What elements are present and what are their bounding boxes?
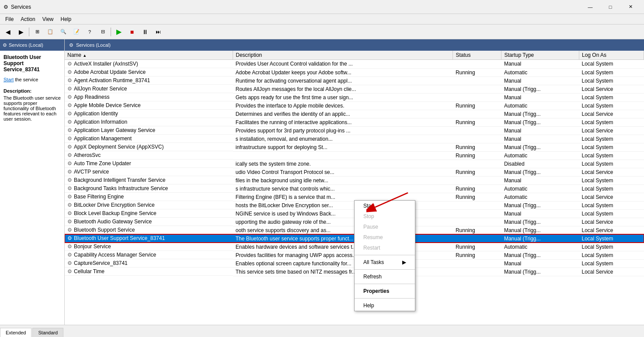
table-row[interactable]: ⚙Adobe Acrobat Update ServiceAdobe Acrob… [65, 68, 644, 76]
service-desc: Runtime for activating conversational ag… [233, 76, 453, 85]
service-name: Application Management [74, 135, 132, 142]
service-name: Capability Access Manager Service [74, 252, 156, 258]
service-icon: ⚙ [67, 169, 72, 175]
service-logon: Local Service [579, 193, 644, 201]
service-status [453, 201, 501, 209]
menu-action[interactable]: Action [17, 15, 38, 23]
col-description[interactable]: Description [233, 51, 453, 60]
pause-service-button[interactable]: ⏸ [139, 26, 151, 38]
service-status [453, 218, 501, 226]
service-logon: Local System [579, 251, 644, 259]
col-status[interactable]: Status [453, 51, 501, 60]
service-startup: Manual (Trigg... [501, 251, 579, 259]
service-name: Base Filtering Engine [74, 194, 124, 200]
service-icon: ⚙ [67, 86, 72, 92]
table-row[interactable]: ⚙Application Managements installation, r… [65, 135, 644, 143]
service-startup: Manual (Trigg... [501, 226, 579, 234]
service-desc: ooth service supports discovery and as..… [233, 226, 453, 234]
service-name: CaptureService_83741 [74, 260, 128, 266]
service-startup: Manual (Trigg... [501, 85, 579, 93]
table-row[interactable]: ⚙Background Tasks Infrastructure Service… [65, 184, 644, 193]
ctx-restart[interactable]: Restart [355, 243, 415, 253]
service-startup: Manual [501, 209, 579, 218]
close-button[interactable]: ✕ [620, 0, 641, 14]
service-status [453, 76, 501, 85]
table-row[interactable]: ⚙Application InformationFacilitates the … [65, 118, 644, 126]
service-logon: Local Service [579, 268, 644, 276]
table-row[interactable]: ⚙Application Layer Gateway ServiceProvid… [65, 126, 644, 135]
service-name: BitLocker Drive Encryption Service [74, 202, 155, 208]
service-status [453, 135, 501, 143]
maximize-button[interactable]: □ [600, 0, 620, 14]
service-logon: Local System [579, 101, 644, 110]
service-status: Running [453, 168, 501, 176]
start-service-button[interactable]: ▶ [113, 26, 125, 38]
service-startup: Automatic [501, 68, 579, 76]
col-startup[interactable]: Startup Type [501, 51, 579, 60]
col-logon[interactable]: Log On As [579, 51, 644, 60]
stop-service-button[interactable]: ■ [126, 26, 138, 38]
export-button[interactable]: 📋 [44, 26, 56, 38]
service-desc: Provides facilities for managing UWP app… [233, 251, 453, 259]
right-header-label: Services (Local) [76, 42, 111, 48]
table-row[interactable]: ⚙Apple Mobile Device ServiceProvides the… [65, 101, 644, 110]
table-row[interactable]: ⚙Agent Activation Runtime_83741Runtime f… [65, 76, 644, 85]
service-status [453, 176, 501, 184]
service-startup: Manual (Trigg... [501, 110, 579, 118]
service-status: Running [453, 226, 501, 234]
service-startup: Automatic [501, 101, 579, 110]
ctx-start[interactable]: Start [355, 201, 415, 211]
new-window-button[interactable]: ⊟ [97, 26, 109, 38]
service-icon: ⚙ [67, 202, 72, 208]
service-startup: Automatic [501, 193, 579, 201]
service-desc: Enables hardware devices and software se… [233, 243, 453, 251]
service-startup: Manual [501, 126, 579, 135]
table-row[interactable]: ⚙AVCTP service udio Video Control Transp… [65, 168, 644, 176]
ctx-sep-3 [355, 284, 415, 284]
service-logon: Local System [579, 259, 644, 268]
ctx-resume[interactable]: Resume [355, 232, 415, 243]
back-button[interactable]: ◀ [2, 26, 14, 38]
ctx-pause[interactable]: Pause [355, 222, 415, 232]
ctx-help[interactable]: Help [355, 300, 415, 311]
service-startup: Automatic [501, 184, 579, 193]
ctx-refresh[interactable]: Refresh [355, 271, 415, 282]
minimize-button[interactable]: — [580, 0, 600, 14]
properties-button[interactable]: 📝 [70, 26, 83, 38]
table-row[interactable]: ⚙AtherosSvcRunningAutomaticLocal System [65, 151, 644, 160]
table-row[interactable]: ⚙Application IdentityDetermines and veri… [65, 110, 644, 118]
service-icon: ⚙ [67, 69, 72, 75]
show-hide-button[interactable]: ⊞ [31, 26, 43, 38]
table-row[interactable]: ⚙Background Intelligent Transfer Service… [65, 176, 644, 184]
table-row[interactable]: ⚙App ReadinessGets apps ready for use th… [65, 93, 644, 101]
table-row[interactable]: ⚙Auto Time Zone Updater ically sets the … [65, 160, 644, 168]
forward-button[interactable]: ▶ [15, 26, 27, 38]
ctx-all-tasks[interactable]: All Tasks ▶ [355, 257, 415, 268]
search-button[interactable]: 🔍 [57, 26, 70, 38]
menu-view[interactable]: View [39, 15, 57, 23]
menu-help[interactable]: Help [57, 15, 75, 23]
service-desc: infrastructure support for deploying St.… [233, 143, 453, 151]
tab-standard[interactable]: Standard [32, 328, 63, 337]
right-panel-header: ⚙ Services (Local) [65, 39, 644, 51]
table-row[interactable]: ⚙AppX Deployment Service (AppXSVC) infra… [65, 143, 644, 151]
ctx-stop[interactable]: Stop [355, 211, 415, 222]
tab-extended[interactable]: Extended [0, 328, 31, 337]
restart-service-button[interactable]: ⏭ [152, 26, 164, 38]
service-desc: Provides the interface to Apple mobile d… [233, 101, 453, 110]
table-row[interactable]: ⚙ActiveX Installer (AxInstSV)Provides Us… [65, 60, 644, 69]
col-name[interactable]: Name ▲ [65, 51, 233, 60]
menu-file[interactable]: File [2, 15, 17, 23]
table-container[interactable]: Name ▲ Description Status Startup Type L… [65, 51, 644, 325]
help-toolbar-button[interactable]: ? [84, 26, 96, 38]
table-row[interactable]: ⚙AllJoyn Router ServiceRoutes AllJoyn me… [65, 85, 644, 93]
service-startup: Automatic [501, 243, 579, 251]
service-icon: ⚙ [67, 119, 72, 125]
service-desc: upporting the audio gateway role of the.… [233, 218, 453, 226]
left-panel-header: ⚙ Services (Local) [0, 39, 64, 51]
service-status [453, 126, 501, 135]
start-link[interactable]: Start [3, 77, 14, 82]
ctx-properties[interactable]: Properties [355, 286, 415, 296]
service-status: Running [453, 68, 501, 76]
service-startup: Manual [501, 76, 579, 85]
